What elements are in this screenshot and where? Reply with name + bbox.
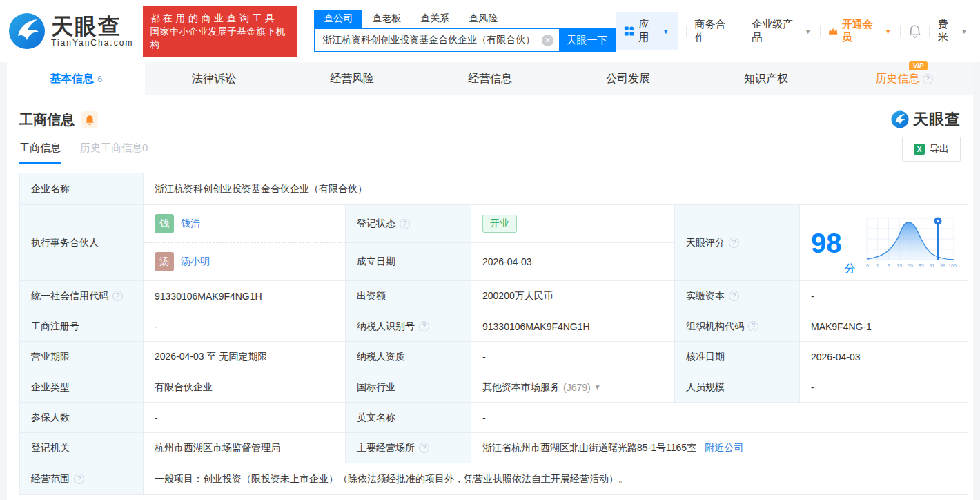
- field-label-paid-capital: 实缴资本 ?: [675, 281, 800, 311]
- section-title: 工商信息: [19, 110, 75, 129]
- search-input[interactable]: [315, 29, 542, 51]
- tab-legal-litigation[interactable]: 法律诉讼: [145, 62, 283, 95]
- tab-business-info[interactable]: 经营信息: [421, 62, 559, 95]
- label-text: 成立日期: [357, 256, 395, 268]
- partner-link[interactable]: 汤小明: [181, 256, 210, 268]
- field-value-approval-date: 2026-04-03: [800, 342, 968, 372]
- subtab-business-info[interactable]: 工商信息: [19, 142, 61, 164]
- help-icon[interactable]: ?: [112, 291, 123, 301]
- company-tabbar: 基本信息 6 法律诉讼 经营风险 经营信息 公司发展 知识产权 历史信息 ? V…: [7, 62, 973, 95]
- orange-bell-icon: [85, 115, 95, 125]
- field-value-taxpayer-qualification: -: [471, 342, 675, 372]
- avatar[interactable]: 汤: [155, 252, 174, 271]
- watermark-logo: 天眼查: [891, 109, 961, 130]
- help-icon[interactable]: ?: [419, 443, 429, 453]
- tianyancha-logo[interactable]: 天眼查 TianYanCha.com: [8, 12, 133, 50]
- apps-label: 应用: [639, 18, 658, 44]
- monitor-bell-button[interactable]: [81, 111, 98, 128]
- search-tab-relation[interactable]: 查关系: [411, 10, 459, 28]
- nav-user-menu[interactable]: 费米 ▼: [938, 18, 968, 44]
- field-value-company-type: 有限合伙企业: [144, 372, 346, 403]
- field-label-reg-status: 登记状态 ?: [346, 205, 471, 243]
- help-icon[interactable]: ?: [923, 74, 933, 84]
- tab-intellectual-property[interactable]: 知识产权: [697, 62, 835, 95]
- status-badge: 开业: [482, 215, 517, 233]
- label-text: 营业期限: [31, 351, 70, 363]
- tianyancha-eye-icon: [8, 12, 46, 50]
- search-tab-company[interactable]: 查公司: [314, 10, 362, 28]
- search-tab-boss[interactable]: 查老板: [362, 10, 411, 28]
- value-text: 2026-04-03 至 无固定期限: [155, 351, 267, 363]
- help-icon[interactable]: ?: [74, 474, 84, 484]
- slogan-line2: 国家中小企业发展子基金旗下机构: [150, 25, 291, 51]
- help-icon[interactable]: ?: [729, 291, 739, 301]
- partner-row: 钱 钱浩: [144, 205, 346, 243]
- field-value-business-scope: 一般项目：创业投资（限投资未上市企业）（除依法须经批准的项目外，凭营业执照依法自…: [144, 463, 968, 495]
- apps-menu[interactable]: 应用 ▼: [616, 12, 677, 50]
- value-text: MAK9F4NG-1: [811, 321, 872, 332]
- logo-brand-text: 天眼查: [51, 15, 133, 38]
- nav-divider: [743, 26, 743, 37]
- field-label-reg-authority: 登记机关: [20, 433, 144, 463]
- partner-link[interactable]: 钱浩: [181, 218, 200, 230]
- help-icon[interactable]: ?: [729, 238, 739, 248]
- label-text: 登记机关: [31, 442, 70, 454]
- label-text: 英文名称: [357, 412, 395, 424]
- label-text: 组织机构代码: [686, 320, 744, 333]
- tab-history-info[interactable]: 历史信息 ? VIP: [835, 62, 973, 95]
- avatar[interactable]: 钱: [155, 214, 174, 233]
- field-label-taxpayer-id: 纳税人识别号 ?: [346, 311, 471, 342]
- export-label: 导出: [930, 143, 949, 155]
- search-box: ✕ 天眼一下: [314, 28, 616, 52]
- address-text: 浙江省杭州市西湖区北山街道曙光路85-1号1165室: [482, 442, 696, 454]
- partner-row: 汤 汤小明: [144, 243, 346, 281]
- tab-label: 基本信息: [50, 72, 94, 86]
- field-value-staff-size: -: [800, 372, 968, 403]
- nav-business-cooperation[interactable]: 商务合作: [695, 18, 735, 44]
- business-info-card: 工商信息 天眼查 工商信息 历史工商信息0 X 导出: [7, 95, 973, 500]
- field-value-industry[interactable]: 其他资本市场服务 (J679) ▼: [471, 372, 675, 403]
- field-value-company-name: 浙江杭资科创创业投资基金合伙企业（有限合伙）: [144, 173, 968, 205]
- nav-enterprise-products[interactable]: 企业级产品 ▼: [752, 18, 811, 44]
- field-value-reg-authority: 杭州市西湖区市场监督管理局: [144, 433, 346, 463]
- tab-company-development[interactable]: 公司发展: [559, 62, 697, 95]
- label-text: 统一社会信用代码: [31, 290, 108, 302]
- tab-label: 经营风险: [330, 72, 374, 86]
- label-text: 核准日期: [686, 351, 725, 363]
- tyc-score-cell[interactable]: 98 分: [800, 205, 968, 281]
- export-button[interactable]: X 导出: [902, 137, 961, 162]
- vip-badge: VIP: [909, 61, 927, 70]
- nearby-companies-link[interactable]: 附近公司: [705, 442, 743, 454]
- slogan-line1: 都在用的商业查询工具: [150, 12, 291, 25]
- label-text: 主要经营场所: [357, 442, 415, 454]
- notification-bell-icon[interactable]: [909, 24, 921, 38]
- search-tab-risk[interactable]: 查风险: [459, 10, 507, 28]
- nav-open-vip[interactable]: 开通会员 ▼: [828, 18, 891, 44]
- label-text: 纳税人识别号: [357, 320, 415, 333]
- tab-label: 法律诉讼: [192, 72, 236, 86]
- watermark-brand-text: 天眼查: [913, 109, 961, 130]
- chevron-down-icon: ▼: [663, 28, 669, 35]
- search-area: 查公司 查老板 查关系 查风险 ✕ 天眼一下: [314, 10, 616, 52]
- score-value: 98: [811, 229, 842, 257]
- tab-operational-risk[interactable]: 经营风险: [283, 62, 421, 95]
- field-label-company-type: 企业类型: [20, 372, 144, 403]
- field-value-establish-date: 2026-04-03: [471, 243, 675, 281]
- apps-grid-icon: [624, 26, 634, 37]
- help-icon[interactable]: ?: [748, 321, 758, 331]
- value-text: 91330106MAK9F4NG1H: [155, 291, 262, 302]
- value-text: -: [811, 291, 814, 302]
- subtab-history-business-info[interactable]: 历史工商信息0: [80, 142, 148, 164]
- field-label-capital: 出资额: [346, 281, 471, 311]
- business-info-table: 企业名称 浙江杭资科创创业投资基金合伙企业（有限合伙） 执行事务合伙人 钱 钱浩…: [19, 173, 961, 495]
- tab-basic-info[interactable]: 基本信息 6: [7, 62, 145, 95]
- nav-divider: [900, 26, 901, 37]
- search-button[interactable]: 天眼一下: [559, 29, 614, 51]
- chevron-down-icon[interactable]: ▼: [594, 383, 601, 391]
- help-icon[interactable]: ?: [419, 321, 429, 331]
- field-value-paid-capital: -: [800, 281, 968, 311]
- vip-label: 开通会员: [842, 18, 881, 44]
- value-text: 其他资本市场服务: [482, 381, 560, 394]
- help-icon[interactable]: ?: [400, 219, 410, 229]
- clear-icon[interactable]: ✕: [542, 35, 553, 46]
